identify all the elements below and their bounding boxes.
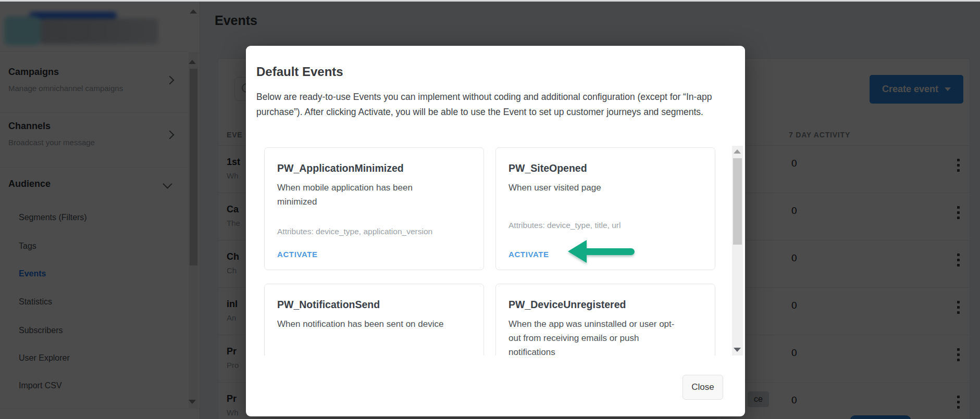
event-card-name: PW_ApplicationMinimized	[277, 162, 471, 174]
cards-scroll-area: PW_ApplicationMinimized When mobile appl…	[246, 146, 730, 355]
close-button[interactable]: Close	[683, 375, 723, 400]
default-events-modal: Default Events Below are ready-to-use Ev…	[246, 46, 745, 416]
event-card-description: When the app was uninstalled or user opt…	[508, 317, 686, 355]
activate-button[interactable]: ACTIVATE	[277, 250, 318, 259]
event-card-application-minimized: PW_ApplicationMinimized When mobile appl…	[264, 147, 484, 270]
scroll-down-icon[interactable]	[734, 348, 741, 352]
event-card-attributes: Attributes: device_type, application_ver…	[277, 227, 432, 236]
event-card-name: PW_NotificationSend	[277, 299, 471, 311]
modal-title: Default Events	[256, 65, 343, 79]
event-card-name: PW_DeviceUnregistered	[508, 299, 702, 311]
activate-button[interactable]: ACTIVATE	[508, 250, 549, 259]
window-top-edge	[0, 0, 980, 2]
modal-scrollbar[interactable]	[732, 146, 743, 355]
event-card-name: PW_SiteOpened	[508, 162, 702, 174]
event-card-description: When mobile application has been minimiz…	[277, 181, 454, 209]
event-card-notification-send: PW_NotificationSend When notification ha…	[264, 284, 484, 355]
app-window: Campaigns Manage omnichannel campaigns C…	[0, 0, 980, 419]
event-card-device-unregistered: PW_DeviceUnregistered When the app was u…	[495, 284, 715, 355]
annotation-arrow-icon	[568, 239, 638, 263]
scroll-up-icon[interactable]	[734, 149, 741, 154]
event-card-description: When user visited page	[508, 181, 686, 195]
scrollbar-thumb[interactable]	[733, 158, 742, 245]
event-card-description: When notification has been sent on devic…	[277, 317, 454, 331]
event-card-attributes: Attributes: device_type, title, url	[508, 221, 621, 230]
modal-description: Below are ready-to-use Events you can im…	[256, 90, 728, 120]
